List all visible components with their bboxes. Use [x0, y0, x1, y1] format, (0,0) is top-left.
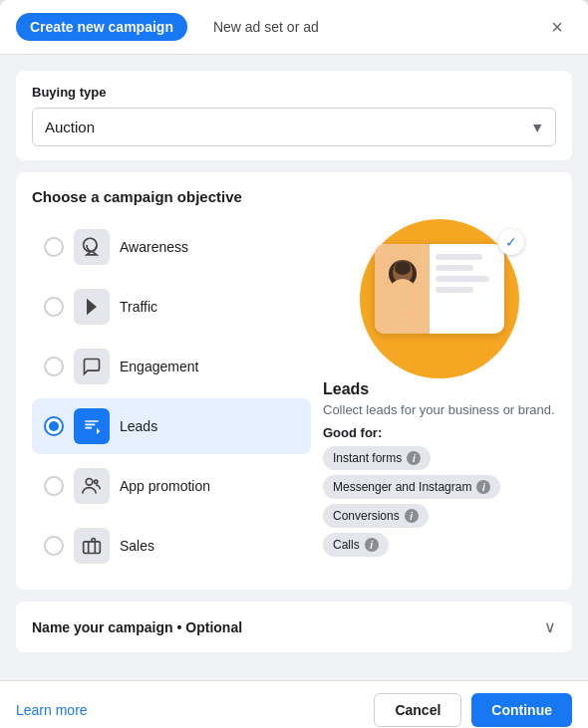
- info-icon-messenger[interactable]: i: [476, 480, 490, 494]
- objective-item-sales[interactable]: Sales: [32, 518, 311, 574]
- radio-app-promotion[interactable]: [44, 476, 64, 496]
- svg-point-10: [387, 279, 419, 319]
- radio-traffic[interactable]: [44, 297, 64, 317]
- name-campaign-label: Name your campaign • Optional: [32, 619, 242, 635]
- tag-conversions-label: Conversions: [333, 509, 400, 523]
- tag-calls-label: Calls: [333, 538, 360, 552]
- good-for-label: Good for:: [323, 425, 556, 440]
- tag-messenger-instagram-label: Messenger and Instagram: [333, 480, 471, 494]
- objective-item-engagement[interactable]: Engagement: [32, 339, 311, 394]
- buying-type-select[interactable]: Auction Reach and Frequency: [32, 108, 556, 146]
- objective-content: Awareness Traffic: [32, 219, 556, 574]
- detail-description: Collect leads for your business or brand…: [323, 402, 556, 417]
- leads-illustration: ✓: [350, 219, 529, 368]
- sales-label: Sales: [120, 538, 154, 554]
- buying-type-label: Buying type: [32, 85, 556, 100]
- tab-new-ad-set[interactable]: New ad set or ad: [199, 13, 333, 41]
- radio-sales[interactable]: [44, 536, 64, 556]
- sales-icon: [74, 528, 110, 564]
- objective-item-leads[interactable]: Leads: [32, 398, 311, 454]
- svg-marker-0: [87, 299, 97, 316]
- info-icon-conversions[interactable]: i: [405, 509, 419, 523]
- engagement-label: Engagement: [120, 359, 198, 374]
- tag-messenger-instagram: Messenger and Instagram i: [323, 475, 500, 499]
- modal-container: Create new campaign New ad set or ad × B…: [0, 0, 588, 728]
- awareness-icon: [74, 229, 110, 265]
- traffic-icon: [74, 289, 110, 325]
- radio-awareness[interactable]: [44, 237, 64, 257]
- modal-body: Buying type Auction Reach and Frequency …: [0, 55, 588, 680]
- app-promotion-icon: [74, 468, 110, 504]
- objective-item-traffic[interactable]: Traffic: [32, 279, 311, 335]
- tag-calls: Calls i: [323, 533, 389, 557]
- footer-actions: Cancel Continue: [374, 693, 572, 727]
- close-button[interactable]: ×: [542, 12, 572, 42]
- cancel-button[interactable]: Cancel: [374, 693, 461, 727]
- objective-section: Choose a campaign objective Awarenes: [16, 172, 572, 590]
- illus-checkmark: ✓: [498, 229, 524, 255]
- awareness-label: Awareness: [120, 239, 188, 255]
- svg-marker-1: [97, 428, 100, 435]
- radio-leads[interactable]: [44, 416, 64, 436]
- name-campaign-section[interactable]: Name your campaign • Optional ∨: [16, 602, 572, 652]
- objective-item-awareness[interactable]: Awareness: [32, 219, 311, 275]
- traffic-label: Traffic: [120, 299, 157, 315]
- tag-conversions: Conversions i: [323, 504, 429, 528]
- buying-type-section: Buying type Auction Reach and Frequency …: [16, 71, 572, 160]
- illus-line-2: [436, 265, 473, 271]
- engagement-icon: [74, 349, 110, 384]
- illus-line-1: [436, 254, 482, 260]
- objective-list: Awareness Traffic: [32, 219, 311, 574]
- continue-button[interactable]: Continue: [471, 693, 572, 727]
- learn-more-link[interactable]: Learn more: [16, 702, 88, 718]
- chevron-down-icon: ∨: [544, 617, 556, 636]
- detail-panel: ✓ Leads Collect leads for your business …: [323, 219, 556, 574]
- tag-instant-forms-label: Instant forms: [333, 451, 402, 465]
- svg-rect-4: [84, 542, 101, 554]
- tab-create-campaign[interactable]: Create new campaign: [16, 13, 187, 41]
- illus-line-3: [436, 276, 489, 282]
- detail-title: Leads: [323, 380, 556, 398]
- illus-line-4: [436, 287, 473, 293]
- modal-footer: Learn more Cancel Continue: [0, 680, 588, 728]
- illus-avatar-bg: [375, 244, 430, 334]
- buying-type-select-wrapper: Auction Reach and Frequency ▼: [32, 108, 556, 146]
- objective-item-app-promotion[interactable]: App promotion: [32, 458, 311, 514]
- info-icon-calls[interactable]: i: [365, 538, 379, 552]
- app-promotion-label: App promotion: [120, 478, 210, 494]
- svg-point-9: [395, 261, 411, 275]
- info-icon-instant-forms[interactable]: i: [407, 451, 421, 465]
- leads-label: Leads: [120, 418, 157, 434]
- tag-instant-forms: Instant forms i: [323, 446, 431, 470]
- modal-header: Create new campaign New ad set or ad ×: [0, 0, 588, 55]
- illus-text-lines: [430, 244, 504, 334]
- tags-list: Instant forms i Messenger and Instagram …: [323, 446, 556, 557]
- svg-point-3: [95, 480, 98, 483]
- leads-icon: [74, 408, 110, 444]
- illus-card: [375, 244, 504, 334]
- objective-title: Choose a campaign objective: [32, 188, 556, 205]
- radio-engagement[interactable]: [44, 357, 64, 376]
- svg-point-2: [86, 479, 93, 486]
